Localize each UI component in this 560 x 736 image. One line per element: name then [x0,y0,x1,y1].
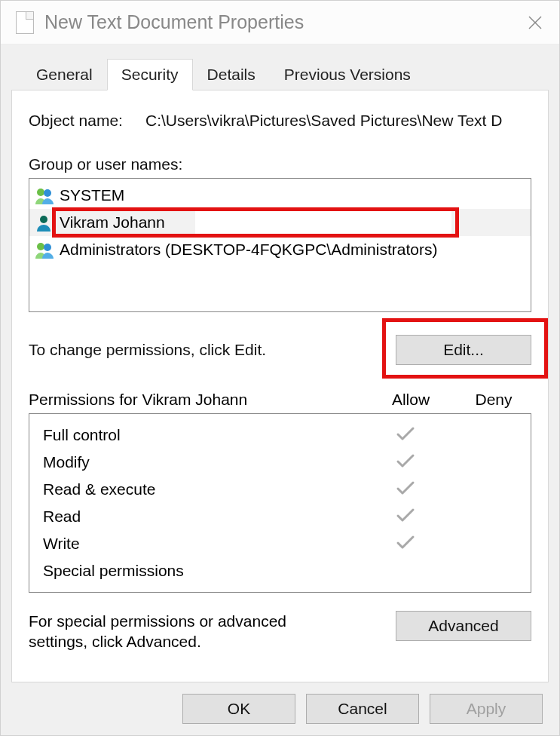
tabstrip: General Security Details Previous Versio… [1,44,559,90]
object-name-label: Object name: [29,112,145,130]
permission-name: Full control [43,426,360,444]
apply-button[interactable]: Apply [430,694,543,724]
object-name-value: C:\Users\vikra\Pictures\Saved Pictures\N… [145,112,502,130]
checkmark-icon [396,453,415,472]
permission-row: Full control [43,422,526,449]
permission-name: Special permissions [43,562,360,580]
change-permissions-text: To change permissions, click Edit. [29,341,266,359]
checkmark-icon [396,480,415,499]
advanced-row: For special permissions or advanced sett… [29,611,531,652]
svg-point-2 [37,189,44,196]
permission-allow [360,508,451,526]
permission-allow [360,480,451,499]
edit-row: To change permissions, click Edit. Edit.… [29,335,531,365]
titlebar: New Text Document Properties [1,1,559,44]
permission-row: Special permissions [43,557,526,584]
permission-name: Read & execute [43,480,360,498]
window-title: New Text Document Properties [44,11,520,33]
svg-point-3 [44,189,51,197]
object-name-row: Object name: C:\Users\vikra\Pictures\Sav… [29,112,531,130]
redaction-mask [195,211,451,234]
close-icon [528,15,543,30]
principal-row[interactable]: Administrators (DESKTOP-4FQKGPC\Administ… [29,236,531,263]
ok-button[interactable]: OK [182,694,295,724]
advanced-text: For special permissions or advanced sett… [29,611,345,652]
tab-previous-versions[interactable]: Previous Versions [270,59,425,90]
permission-row: Write [43,530,526,557]
principal-name: Administrators (DESKTOP-4FQKGPC\Administ… [60,241,437,259]
group-user-label: Group or user names: [29,155,531,173]
tab-general[interactable]: General [22,59,107,90]
document-icon [16,11,34,34]
advanced-button[interactable]: Advanced [396,611,531,641]
svg-point-5 [37,243,44,250]
permission-name: Modify [43,453,360,471]
close-button[interactable] [520,8,550,38]
group-icon [34,186,55,204]
principal-row[interactable]: SYSTEM [29,182,531,209]
tab-security[interactable]: Security [107,59,193,90]
checkmark-icon [396,426,415,445]
tab-details[interactable]: Details [193,59,270,90]
permissions-header: Permissions for Vikram Johann Allow Deny [29,391,531,409]
principal-name: SYSTEM [60,186,124,204]
highlight-edit [382,318,548,379]
dialog-footer: OK Cancel Apply [1,682,559,735]
permission-row: Modify [43,449,526,476]
allow-column-header: Allow [366,391,456,409]
checkmark-icon [396,508,415,526]
principals-list[interactable]: SYSTEMVikram JohannAdministrators (DESKT… [29,178,531,312]
permissions-table: Full controlModifyRead & executeReadWrit… [29,413,531,593]
permission-name: Read [43,508,360,526]
permission-allow [360,535,451,554]
group-icon [34,241,55,259]
checkmark-icon [396,535,415,554]
properties-dialog: New Text Document Properties General Sec… [0,0,560,736]
permission-row: Read & execute [43,476,526,503]
svg-point-4 [40,216,47,223]
permission-allow [360,426,451,445]
permission-name: Write [43,535,360,553]
permission-allow [360,453,451,472]
principal-row[interactable]: Vikram Johann [29,209,531,236]
permission-row: Read [43,503,526,530]
svg-point-6 [44,244,51,251]
permissions-for-label: Permissions for Vikram Johann [29,391,366,409]
cancel-button[interactable]: Cancel [306,694,419,724]
deny-column-header: Deny [456,391,531,409]
security-panel: Object name: C:\Users\vikra\Pictures\Sav… [11,90,549,682]
